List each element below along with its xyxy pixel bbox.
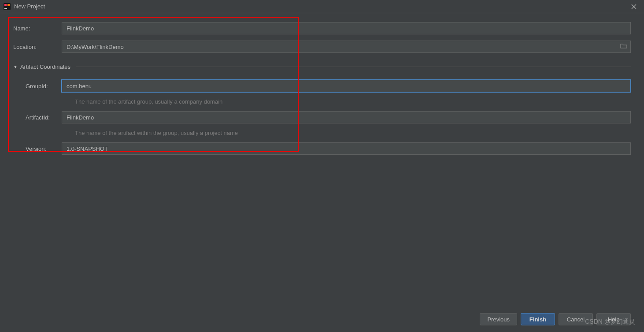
browse-folder-icon[interactable]	[620, 43, 627, 51]
groupid-label: GroupId:	[13, 83, 62, 90]
location-row: Location:	[13, 41, 631, 53]
previous-button[interactable]: Previous	[480, 313, 517, 325]
button-bar: Previous Finish Cancel Help	[480, 313, 631, 325]
svg-rect-2	[7, 4, 10, 6]
svg-rect-3	[4, 8, 7, 9]
titlebar: New Project	[0, 0, 644, 13]
content-area: Name: Location: ▼ Artifact Coordinates G…	[0, 13, 644, 155]
artifactid-label: ArtifactId:	[13, 114, 62, 121]
version-label: Version:	[13, 145, 62, 152]
groupid-input[interactable]	[62, 80, 631, 92]
finish-button[interactable]: Finish	[521, 313, 555, 325]
location-input[interactable]	[62, 41, 631, 53]
divider	[76, 67, 631, 67]
groupid-hint: The name of the artifact group, usually …	[75, 98, 631, 105]
help-button[interactable]: Help	[596, 313, 631, 325]
artifact-coordinates-header[interactable]: ▼ Artifact Coordinates	[13, 63, 631, 70]
artifactid-row: ArtifactId:	[13, 111, 631, 123]
artifactid-hint: The name of the artifact within the grou…	[75, 130, 631, 136]
version-input[interactable]	[62, 142, 631, 155]
cancel-button[interactable]: Cancel	[559, 313, 593, 325]
name-input[interactable]	[62, 22, 631, 34]
svg-rect-1	[4, 4, 7, 6]
artifactid-input[interactable]	[62, 111, 631, 123]
chevron-down-icon: ▼	[13, 64, 18, 69]
location-label: Location:	[13, 44, 62, 50]
groupid-row: GroupId:	[13, 80, 631, 92]
app-icon	[4, 3, 11, 10]
section-title: Artifact Coordinates	[20, 63, 70, 70]
version-row: Version:	[13, 142, 631, 155]
close-icon[interactable]	[627, 0, 640, 13]
window-title: New Project	[14, 3, 627, 10]
name-label: Name:	[13, 25, 62, 32]
name-row: Name:	[13, 22, 631, 34]
